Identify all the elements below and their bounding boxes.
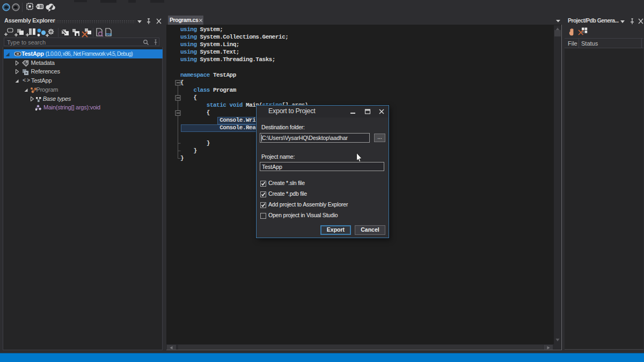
svg-text:PDB: PDB [106, 33, 112, 36]
